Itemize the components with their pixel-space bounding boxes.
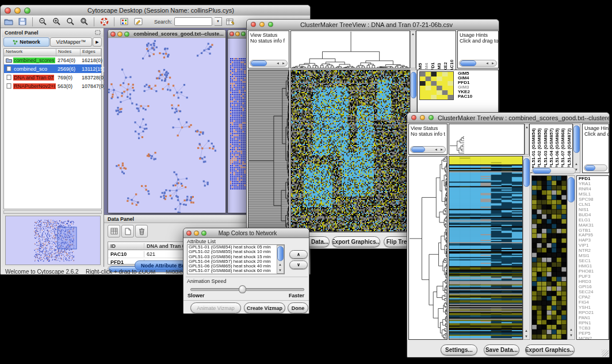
column-dendrogram-canvas[interactable] <box>449 124 524 154</box>
array-label[interactable]: PAC10 <box>449 32 455 74</box>
array-label[interactable]: GPL51-01 (GSM854) <box>530 125 536 172</box>
array-label[interactable]: GPL51-04 (GSM857) <box>548 125 554 172</box>
row-dendrogram-canvas[interactable] <box>409 156 447 339</box>
gene-label[interactable]: PAC10 <box>458 94 472 99</box>
search-input[interactable] <box>174 17 212 26</box>
scrollbar-thumb[interactable] <box>411 72 416 98</box>
heatmap-canvas[interactable] <box>291 70 410 232</box>
tv2-export-graphics-button[interactable]: Export Graphics... <box>525 344 575 355</box>
tv1-row-dendrogram[interactable] <box>248 70 289 232</box>
overview-canvas[interactable] <box>6 216 100 265</box>
tv2-column-dendrogram[interactable] <box>449 124 525 155</box>
scrollbar-thumb[interactable] <box>568 177 575 202</box>
array-label[interactable]: GIM5 <box>417 32 423 74</box>
tv2-zoom-hscrollbar[interactable] <box>531 167 576 174</box>
attribute-option[interactable]: GPL51-07 (GSM868) heat shock 60 min <box>188 269 284 273</box>
network-graph-canvas[interactable] <box>108 38 225 213</box>
zoom-fit-icon[interactable] <box>64 17 76 27</box>
tv2-hints-hscrollbar[interactable] <box>584 164 607 171</box>
tv2-dendro-v-strip[interactable]: ▲ <box>525 124 529 155</box>
array-label[interactable]: GPL51-08 (GSM872) <box>566 125 572 172</box>
minimize-button[interactable] <box>259 22 265 27</box>
zoom-button[interactable] <box>429 115 434 120</box>
array-label[interactable]: GPL51-07 (GSM868) <box>560 125 565 172</box>
tab-network[interactable]: Network <box>3 37 49 47</box>
animate-vizmap-button[interactable]: Animate Vizmap <box>190 302 241 313</box>
tv2-zoom-heatmap[interactable] <box>531 175 567 340</box>
save-icon[interactable] <box>17 17 28 27</box>
array-label[interactable]: PFD1 <box>430 32 436 74</box>
tv2-titlebar[interactable]: ClusterMaker TreeView : combined_scores_… <box>407 113 609 123</box>
array-label[interactable]: GPL51-02 (GSM855) <box>536 125 542 172</box>
scroll-up-icon[interactable]: ▲ <box>277 262 283 267</box>
scroll-down-icon[interactable]: ▼ <box>568 332 574 338</box>
minimize-button[interactable] <box>235 32 240 36</box>
tab-vizmapper[interactable]: VizMapper™ <box>50 37 92 47</box>
zoom-button[interactable] <box>201 231 206 236</box>
gene-label[interactable]: MON2 <box>579 336 609 340</box>
tv1-column-dendrogram[interactable] <box>290 30 410 68</box>
close-button[interactable] <box>186 231 192 236</box>
zoom-in-icon[interactable] <box>51 17 62 27</box>
tab-overflow-arrow[interactable]: ► <box>93 37 102 47</box>
done-button[interactable]: Done <box>288 302 308 313</box>
overview-splitter[interactable] <box>3 210 102 214</box>
tv2-status-hscrollbar[interactable]: ◄ ► <box>410 146 446 153</box>
zoom-matrix-canvas[interactable] <box>419 71 454 100</box>
network-view-1-titlebar[interactable]: combined_scores_good.txt--cluste... <box>108 30 225 39</box>
annotation-icon[interactable] <box>132 17 144 27</box>
array-label[interactable]: YKE2 <box>442 32 449 74</box>
zoom-out-icon[interactable] <box>37 17 48 27</box>
zoom-button[interactable] <box>24 7 30 14</box>
tv1-status-hscrollbar[interactable]: ◄ ► <box>250 60 288 67</box>
zoom-button[interactable] <box>241 32 246 36</box>
open-folder-icon[interactable] <box>3 17 14 27</box>
animation-speed-slider-thumb[interactable] <box>239 285 246 293</box>
network-table-row[interactable]: DNA and Tran 07 769(0) 183728(0) <box>4 73 101 82</box>
scroll-up-icon[interactable]: ▲ <box>410 31 416 37</box>
network-overview-thumbnail[interactable] <box>5 216 101 265</box>
scroll-down-icon[interactable]: ▼ <box>277 267 283 273</box>
animation-speed-slider-track[interactable] <box>190 288 304 291</box>
array-label[interactable]: GIM3 <box>436 32 442 74</box>
heatmap-canvas[interactable] <box>449 156 522 339</box>
scroll-left-icon[interactable]: ◄ <box>484 60 490 66</box>
tv1-global-heatmap[interactable] <box>290 70 410 232</box>
network-table-row[interactable]: combined_sco 2569(6) 13112(15) <box>4 64 101 73</box>
close-button[interactable] <box>230 32 234 36</box>
tv2-labels-vscrollbar[interactable]: ▲ ▼ <box>573 124 580 173</box>
scroll-right-icon[interactable]: ► <box>490 60 496 66</box>
column-header-network[interactable]: Network <box>4 49 56 56</box>
tv1-hints-hscrollbar[interactable]: ◄ ► <box>459 60 497 67</box>
scroll-left-icon[interactable]: ◄ <box>433 147 439 152</box>
tv2-zoom-vscrollbar[interactable]: ▲ ▼ <box>567 175 575 340</box>
scrollbar-thumb[interactable] <box>251 60 267 66</box>
scroll-up-icon[interactable]: ▲ <box>523 328 529 334</box>
row-dendrogram-canvas[interactable] <box>248 70 289 232</box>
delete-attribute-button[interactable] <box>135 225 148 237</box>
close-button[interactable] <box>251 22 256 27</box>
tv2-save-data-button[interactable]: Save Data... <box>484 344 519 355</box>
scrollbar-thumb[interactable] <box>533 168 551 174</box>
tv2-global-heatmap[interactable] <box>449 156 523 340</box>
tv2-settings-button[interactable]: Settings... <box>441 344 477 355</box>
scrollbar-thumb[interactable] <box>523 158 530 187</box>
scrollbar-thumb[interactable] <box>585 165 595 171</box>
move-attribute-up-button[interactable]: ∧ <box>289 250 308 259</box>
zoom-button[interactable] <box>124 32 129 37</box>
network-table-row[interactable]: combined_scores 2764(0) 16218(0) <box>4 56 101 64</box>
scroll-right-icon[interactable]: ► <box>439 147 445 152</box>
tv2-heatmap-vscrollbar[interactable]: ▲ ▼ <box>523 156 530 340</box>
move-attribute-down-button[interactable]: ∨ <box>289 260 308 269</box>
vizmapper-icon[interactable] <box>118 17 130 27</box>
scrollbar-thumb[interactable] <box>573 125 580 153</box>
search-dropdown-arrow[interactable]: ▼ <box>215 17 222 26</box>
column-dendrogram-canvas[interactable] <box>291 31 410 68</box>
zoom-heatmap-canvas[interactable] <box>532 176 567 339</box>
create-attribute-button[interactable] <box>121 225 134 237</box>
scrollbar-thumb[interactable] <box>460 60 476 66</box>
resize-grip[interactable] <box>602 350 609 357</box>
scrollbar-thumb[interactable] <box>411 147 425 152</box>
tv1-export-graphics-button[interactable]: Export Graphics... <box>332 236 380 247</box>
create-vizmap-button[interactable]: Create Vizmap <box>244 302 285 313</box>
